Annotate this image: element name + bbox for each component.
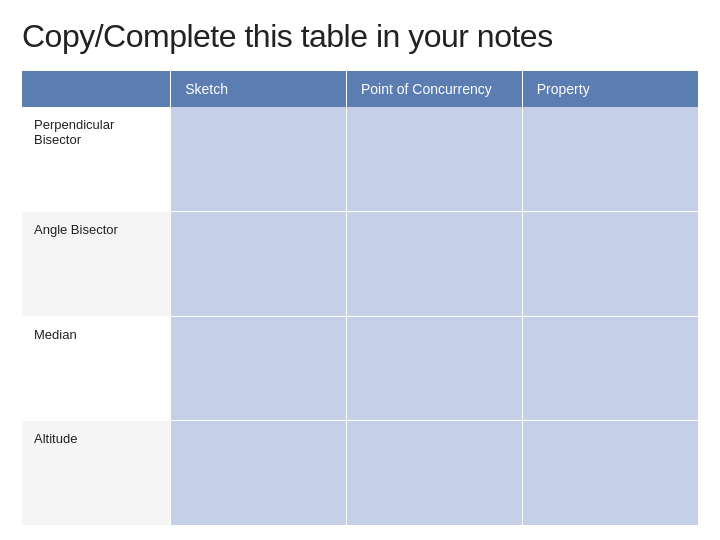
- row-cell-1-1: [171, 212, 347, 317]
- row-cell-1-2: [346, 212, 522, 317]
- row-label-2: Median: [22, 316, 171, 421]
- row-label-1: Angle Bisector: [22, 212, 171, 317]
- table-wrapper: Sketch Point of Concurrency Property Per…: [22, 71, 698, 526]
- col2-header: Point of Concurrency: [346, 71, 522, 107]
- row-cell-0-2: [346, 107, 522, 212]
- col3-header: Property: [522, 71, 698, 107]
- row-cell-2-3: [522, 316, 698, 421]
- page-title: Copy/Complete this table in your notes: [22, 18, 698, 55]
- row-label-3: Altitude: [22, 421, 171, 526]
- page: Copy/Complete this table in your notes S…: [0, 0, 720, 540]
- row-cell-3-2: [346, 421, 522, 526]
- main-table: Sketch Point of Concurrency Property Per…: [22, 71, 698, 526]
- row-cell-0-1: [171, 107, 347, 212]
- table-header-row: Sketch Point of Concurrency Property: [22, 71, 698, 107]
- row-cell-0-3: [522, 107, 698, 212]
- row-cell-3-3: [522, 421, 698, 526]
- row-cell-1-3: [522, 212, 698, 317]
- row-cell-2-1: [171, 316, 347, 421]
- row-cell-2-2: [346, 316, 522, 421]
- row-label-0: PerpendicularBisector: [22, 107, 171, 212]
- col0-header: [22, 71, 171, 107]
- col1-header: Sketch: [171, 71, 347, 107]
- table-row: Angle Bisector: [22, 212, 698, 317]
- table-row: PerpendicularBisector: [22, 107, 698, 212]
- table-row: Altitude: [22, 421, 698, 526]
- table-row: Median: [22, 316, 698, 421]
- row-cell-3-1: [171, 421, 347, 526]
